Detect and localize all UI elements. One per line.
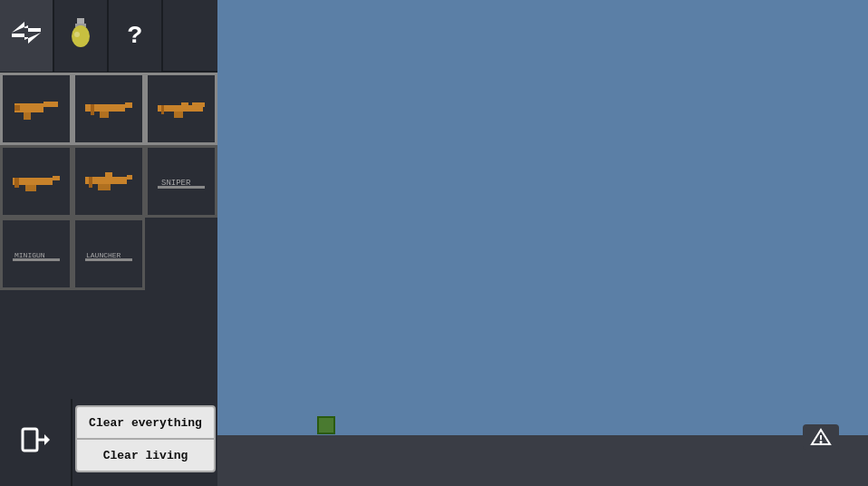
question-icon: ? — [128, 22, 143, 50]
green-block — [317, 416, 335, 434]
svg-text:LAUNCHER: LAUNCHER — [86, 251, 121, 259]
svg-rect-16 — [174, 112, 183, 118]
svg-rect-21 — [25, 185, 36, 191]
weapon-cell-2[interactable] — [72, 73, 145, 145]
exit-button[interactable] — [0, 399, 72, 486]
svg-rect-2 — [77, 18, 84, 24]
svg-rect-22 — [14, 178, 19, 188]
minigun-label: MINIGUN — [13, 241, 60, 267]
launcher-label: LAUNCHER — [85, 241, 132, 267]
svg-rect-12 — [100, 112, 109, 118]
sniper-label: SNIPER — [158, 169, 205, 194]
svg-rect-13 — [91, 104, 94, 115]
svg-rect-31 — [13, 258, 60, 261]
weapon-cell-8[interactable]: LAUNCHER — [72, 218, 145, 290]
weapon-cell-7[interactable]: MINIGUN — [0, 218, 72, 290]
svg-point-5 — [74, 32, 80, 37]
svg-rect-17 — [161, 105, 164, 114]
svg-rect-15 — [192, 102, 205, 107]
svg-rect-8 — [24, 112, 31, 120]
svg-rect-24 — [127, 175, 132, 180]
svg-point-39 — [820, 441, 823, 443]
pistol-icon — [13, 96, 60, 122]
swap-button[interactable] — [0, 0, 54, 72]
svg-rect-7 — [43, 102, 58, 107]
item-button[interactable] — [54, 0, 109, 72]
weapon-cell-4[interactable] — [0, 145, 72, 218]
weapon-grid: SNIPER MINIGUN LAUNCHER — [0, 73, 217, 290]
svg-rect-26 — [105, 172, 112, 178]
shotgun-icon — [13, 169, 60, 194]
swap-icon — [12, 22, 41, 49]
svg-point-4 — [72, 25, 90, 47]
svg-rect-34 — [23, 429, 37, 451]
rifle-icon — [158, 96, 205, 122]
potion-icon — [68, 18, 93, 53]
svg-rect-11 — [125, 102, 132, 108]
svg-rect-25 — [98, 184, 111, 190]
weapon-cell-3[interactable] — [145, 73, 217, 145]
clear-everything-button[interactable]: Clear everything — [75, 405, 216, 440]
context-menu: Clear everything Clear living — [75, 405, 216, 472]
weapon-cell-5[interactable] — [72, 145, 145, 218]
help-button[interactable]: ? — [109, 0, 163, 72]
svg-text:MINIGUN: MINIGUN — [14, 251, 45, 259]
ground — [217, 435, 868, 486]
svg-marker-0 — [12, 22, 41, 33]
svg-rect-9 — [14, 105, 20, 111]
weapon-cell-1[interactable] — [0, 73, 72, 145]
svg-rect-20 — [53, 176, 60, 180]
svg-rect-18 — [181, 102, 188, 106]
svg-rect-27 — [89, 177, 92, 188]
svg-marker-36 — [44, 434, 50, 445]
exit-icon — [19, 423, 52, 462]
clear-living-button[interactable]: Clear living — [75, 438, 216, 472]
game-area[interactable] — [217, 0, 868, 435]
smg-icon — [85, 96, 132, 122]
svg-rect-29 — [158, 186, 205, 189]
assault-icon — [85, 169, 132, 194]
left-panel: ? — [0, 0, 217, 486]
top-toolbar: ? — [0, 0, 217, 73]
weapon-cell-6[interactable]: SNIPER — [145, 145, 217, 218]
svg-rect-33 — [85, 258, 132, 261]
svg-marker-1 — [12, 33, 41, 44]
bottom-right-icon — [803, 424, 839, 450]
